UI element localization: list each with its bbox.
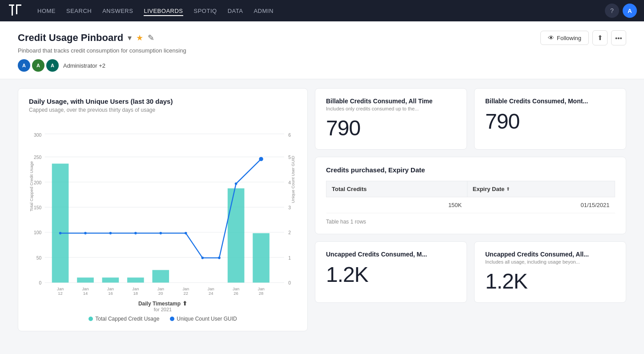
kpi-row-top: Billable Credits Consumed, All Time Incl… bbox=[315, 88, 626, 150]
legend-bar-label: Total Capped Credit Usage bbox=[95, 316, 159, 322]
cell-expiry-date: 01/15/2021 bbox=[467, 197, 615, 213]
favorite-star-icon[interactable]: ★ bbox=[136, 33, 143, 43]
svg-rect-27 bbox=[52, 163, 69, 282]
svg-text:Jan: Jan bbox=[258, 286, 264, 291]
svg-text:0: 0 bbox=[39, 281, 41, 285]
admin-label: Administrator +2 bbox=[63, 62, 105, 69]
following-label: Following bbox=[557, 35, 581, 41]
billable-credits-alltime-card: Billable Credits Consumed, All Time Incl… bbox=[315, 88, 467, 150]
svg-text:26: 26 bbox=[233, 291, 238, 296]
svg-rect-33 bbox=[253, 233, 270, 283]
col-total-credits[interactable]: Total Credits bbox=[326, 181, 467, 197]
svg-text:250: 250 bbox=[34, 155, 41, 160]
kpi3-value: 1.2K bbox=[326, 262, 456, 287]
nav-data[interactable]: DATA bbox=[228, 6, 243, 16]
table-footer: Table has 1 rows bbox=[326, 219, 615, 225]
svg-point-39 bbox=[185, 232, 187, 235]
svg-point-42 bbox=[235, 183, 237, 185]
svg-text:Jan: Jan bbox=[182, 286, 189, 291]
page-title: Credit Usage Pinboard bbox=[18, 32, 123, 44]
share-button[interactable]: ⬆ bbox=[592, 30, 608, 45]
kpi4-value: 1.2K bbox=[485, 269, 615, 293]
svg-text:22: 22 bbox=[184, 291, 188, 296]
daily-usage-chart-card: Daily Usage, with Unique Users (last 30 … bbox=[18, 88, 308, 331]
collaborators-section: A A A Administrator +2 bbox=[18, 59, 626, 72]
kpi2-value: 790 bbox=[485, 109, 615, 134]
cell-total-credits: 150K bbox=[326, 197, 467, 213]
credits-table-card: Credits purchased, Expiry Date Total Cre… bbox=[315, 157, 626, 234]
nav-admin[interactable]: ADMIN bbox=[254, 6, 273, 16]
nav-liveboards[interactable]: LIVEBOARDS bbox=[144, 6, 183, 16]
svg-text:28: 28 bbox=[259, 291, 263, 296]
avatar-3[interactable]: A bbox=[46, 59, 59, 72]
share-icon: ⬆ bbox=[597, 34, 603, 42]
sort-icon[interactable]: ⬆ bbox=[506, 187, 510, 191]
kpi3-title: Uncapped Credits Consumed, M... bbox=[326, 251, 456, 258]
x-axis-sublabel: for 2021 bbox=[29, 307, 297, 312]
nav-answers[interactable]: ANSWERS bbox=[102, 6, 133, 16]
title-dropdown-icon[interactable]: ▾ bbox=[128, 33, 132, 43]
svg-point-35 bbox=[84, 232, 87, 235]
following-icon: 👁 bbox=[548, 34, 554, 41]
nav-search[interactable]: SEARCH bbox=[66, 6, 92, 16]
svg-text:50: 50 bbox=[36, 256, 42, 260]
svg-point-43 bbox=[259, 157, 263, 161]
app-logo[interactable] bbox=[7, 3, 23, 19]
table-title: Credits purchased, Expiry Date bbox=[326, 166, 615, 174]
kpi1-title: Billable Credits Consumed, All Time bbox=[326, 98, 456, 105]
svg-rect-3 bbox=[16, 4, 17, 14]
svg-text:24: 24 bbox=[209, 291, 213, 296]
avatar-1[interactable]: A bbox=[18, 59, 30, 72]
help-button[interactable]: ? bbox=[605, 4, 619, 18]
main-content: Daily Usage, with Unique Users (last 30 … bbox=[0, 79, 644, 340]
svg-text:Jan: Jan bbox=[132, 286, 139, 291]
right-panel: Billable Credits Consumed, All Time Incl… bbox=[315, 88, 626, 331]
svg-text:12: 12 bbox=[58, 291, 62, 296]
svg-text:Jan: Jan bbox=[233, 286, 239, 291]
svg-rect-0 bbox=[9, 4, 14, 6]
chart-legend: Total Capped Credit Usage Unique Count U… bbox=[29, 316, 297, 322]
edit-icon[interactable]: ✎ bbox=[148, 33, 154, 43]
svg-text:2: 2 bbox=[288, 230, 291, 235]
chart-area: 0 50 100 150 200 250 300 0 1 2 3 4 5 6 T… bbox=[29, 120, 297, 298]
svg-text:Jan: Jan bbox=[57, 286, 64, 291]
kpi1-subtitle: Includes only credits consumed up to the… bbox=[326, 106, 456, 111]
svg-text:3: 3 bbox=[288, 205, 291, 210]
svg-rect-29 bbox=[102, 277, 119, 282]
nav-home[interactable]: HOME bbox=[37, 6, 56, 16]
top-navigation: HOME SEARCH ANSWERS LIVEBOARDS SPOTIQ DA… bbox=[0, 0, 644, 21]
page-header: Credit Usage Pinboard ▾ ★ ✎ 👁 Following … bbox=[0, 21, 644, 79]
page-subtitle: Pinboard that tracks credit consumption … bbox=[18, 47, 626, 54]
svg-point-40 bbox=[201, 256, 204, 259]
svg-point-38 bbox=[159, 232, 162, 235]
svg-text:150: 150 bbox=[34, 205, 41, 210]
svg-text:Jan: Jan bbox=[208, 286, 214, 291]
svg-text:16: 16 bbox=[108, 291, 113, 296]
svg-point-34 bbox=[59, 232, 62, 235]
svg-rect-32 bbox=[228, 188, 245, 283]
svg-text:1: 1 bbox=[288, 256, 291, 260]
svg-text:Jan: Jan bbox=[157, 286, 164, 291]
kpi4-subtitle: Includes all usage, including usage beyo… bbox=[485, 259, 615, 264]
col-expiry-date[interactable]: Expiry Date ⬆ bbox=[467, 181, 615, 197]
more-icon: ••• bbox=[615, 34, 622, 42]
svg-text:0: 0 bbox=[288, 281, 291, 285]
credits-table: Total Credits Expiry Date ⬆ 150K bbox=[326, 181, 615, 213]
more-options-button[interactable]: ••• bbox=[611, 30, 626, 45]
nav-spotiq[interactable]: SPOTIQ bbox=[194, 6, 217, 16]
legend-line: Unique Count User GUID bbox=[170, 316, 237, 322]
uncapped-credits-monthly-card: Uncapped Credits Consumed, M... 1.2K bbox=[315, 241, 467, 303]
legend-line-label: Unique Count User GUID bbox=[177, 316, 237, 322]
kpi1-value: 790 bbox=[326, 116, 456, 140]
svg-point-37 bbox=[134, 232, 137, 235]
svg-rect-28 bbox=[77, 277, 94, 282]
legend-bar-dot bbox=[89, 317, 93, 321]
sort-up-icon[interactable]: ⬆ bbox=[182, 300, 187, 307]
kpi2-title: Billable Credits Consumed, Mont... bbox=[485, 98, 615, 105]
following-button[interactable]: 👁 Following bbox=[540, 31, 589, 45]
legend-bar: Total Capped Credit Usage bbox=[89, 316, 159, 322]
chart-title: Daily Usage, with Unique Users (last 30 … bbox=[29, 98, 297, 105]
avatar-2[interactable]: A bbox=[32, 59, 44, 72]
kpi4-title: Uncapped Credits Consumed, All... bbox=[485, 251, 615, 258]
user-avatar[interactable]: A bbox=[623, 4, 637, 18]
